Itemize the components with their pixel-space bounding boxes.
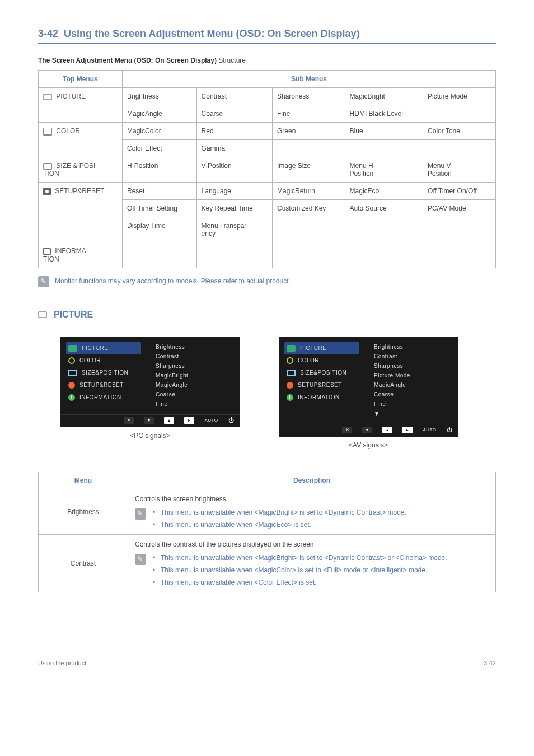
osd-submenu-item: Brightness [156, 342, 234, 352]
osd-nav-icon: i [287, 394, 293, 401]
sub-menu-cell: Blue [345, 123, 423, 140]
picture-heading-text: PICTURE [54, 310, 93, 320]
osd-nav-item: SIZE&POSITION [66, 367, 141, 379]
osd-nav-item: iINFORMATION [284, 391, 359, 404]
th-sub-menus: Sub Menus [123, 71, 496, 88]
osd-nav-label: SETUP&RESET [79, 382, 124, 388]
up-icon: ▴ [164, 417, 174, 424]
osd-nav-icon [287, 345, 296, 352]
sub-menu-cell: Coarse [196, 105, 272, 123]
sub-menu-cell: Customized Key [273, 200, 345, 217]
osd-submenu-item: MagicAngle [374, 380, 452, 390]
power-icon: ⏻ [228, 417, 235, 423]
menu-icon [43, 188, 51, 195]
sub-menu-cell: Gamma [196, 140, 272, 157]
close-icon: ✕ [342, 427, 352, 433]
osd-submenu-item: Picture Mode [374, 371, 452, 380]
th-desc: Description [128, 472, 496, 489]
sub-menu-cell: Display Time [123, 217, 197, 242]
note-text: Monitor functions may vary according to … [55, 276, 291, 285]
picture-icon [38, 311, 47, 318]
osd-submenu-item: MagicAngle [156, 380, 234, 390]
osd-submenu-item: Sharpness [374, 361, 452, 371]
auto-label: AUTO [204, 418, 218, 423]
sub-menu-cell: HDMI Black Level [345, 105, 423, 123]
down-icon: ▾ [144, 417, 154, 424]
sub-menu-cell: MagicBright [345, 88, 423, 105]
sub-menu-cell: Off Timer On/Off [423, 183, 496, 200]
osd-submenu-item: Fine [374, 399, 452, 409]
sub-menu-cell: Menu V-Position [423, 157, 496, 183]
th-menu: Menu [39, 472, 128, 489]
subtitle-bold: The Screen Adjustment Menu (OSD: On Scre… [38, 57, 217, 64]
sub-menu-cell: Red [196, 123, 272, 140]
osd-nav-icon [68, 382, 75, 389]
osd-nav-label: INFORMATION [298, 394, 340, 400]
osd-submenu-item: Fine [156, 399, 234, 409]
menu-icon [43, 128, 52, 136]
sub-menu-cell: Reset [123, 183, 197, 200]
down-icon: ▾ [362, 427, 372, 433]
osd-submenu-item: Contrast [374, 352, 452, 361]
osd-bottom-bar: ✕ ▾ ▴ ▸ AUTO ⏻ [279, 424, 458, 437]
osd-submenu-item: Brightness [374, 342, 452, 352]
sub-menu-cell: Key Repeat Time [196, 200, 272, 217]
desc-lead: Controls the contrast of the pictures di… [135, 540, 489, 548]
osd-nav-icon [287, 382, 293, 389]
menu-icon [43, 248, 51, 255]
osd-structure-table: Top Menus Sub Menus PICTUREBrightnessCon… [38, 70, 496, 268]
osd-submenu-item: MagicBright [156, 371, 234, 380]
top-menu-cell: SETUP&RESET [39, 183, 123, 242]
desc-note-item: This menu is unavailable when <MagicBrig… [153, 508, 406, 516]
osd-nav-item: iINFORMATION [66, 391, 141, 404]
footer-left: Using the product [38, 660, 86, 666]
osd-nav-icon: i [68, 394, 75, 401]
sub-menu-cell: Auto Source [345, 200, 423, 217]
footer-right: 3-42 [484, 660, 496, 666]
section-title-text: Using the Screen Adjustment Menu (OSD: O… [64, 28, 359, 39]
sub-menu-cell: Contrast [196, 88, 272, 105]
osd-nav-item: PICTURE [284, 342, 359, 354]
osd-nav-item: COLOR [284, 354, 359, 367]
sub-menu-cell: Menu H-Position [345, 157, 423, 183]
desc-note-item: This menu is unavailable when <MagicEco>… [153, 521, 406, 529]
desc-note-item: This menu is unavailable when <Color Eff… [153, 578, 447, 586]
top-menu-cell: INFORMA-TION [39, 242, 123, 268]
osd-submenu-item: Coarse [156, 390, 234, 399]
osd-screen-av: PICTURECOLORSIZE&POSITIONSETUP&RESETiINF… [279, 337, 458, 437]
osd-nav-item: SETUP&RESET [66, 379, 141, 391]
top-menu-cell: COLOR [39, 123, 123, 157]
osd-nav-label: PICTURE [82, 345, 108, 351]
desc-lead: Controls the screen brightness. [135, 495, 489, 503]
subtitle-rest: Structure [217, 57, 246, 64]
sub-menu-cell [273, 242, 345, 268]
sub-menu-cell: Fine [273, 105, 345, 123]
sub-menu-cell [345, 217, 423, 242]
desc-note-item: This menu is unavailable when <MagicColo… [153, 566, 447, 574]
osd-submenu-item: Sharpness [156, 361, 234, 371]
osd-bottom-bar: ✕ ▾ ▴ ▸ AUTO ⏻ [60, 414, 240, 427]
osd-nav-icon [68, 357, 75, 364]
osd-nav-label: COLOR [298, 357, 319, 363]
sub-menu-cell: MagicColor [123, 123, 197, 140]
power-icon: ⏻ [447, 427, 453, 433]
up-icon: ▴ [382, 427, 392, 433]
sub-menu-cell [123, 242, 197, 268]
sub-menu-cell: Color Tone [423, 123, 496, 140]
osd-nav-label: SETUP&RESET [298, 382, 342, 388]
osd-nav-item: COLOR [66, 354, 141, 367]
desc-body-cell: Controls the screen brightness.This menu… [128, 489, 496, 534]
sub-menu-cell: Sharpness [273, 88, 345, 105]
osd-nav-icon [287, 357, 293, 364]
osd-screen-pc: PICTURECOLORSIZE&POSITIONSETUP&RESETiINF… [60, 337, 240, 427]
sub-menu-cell [423, 217, 496, 242]
picture-heading: PICTURE [38, 310, 496, 320]
av-signals-label: <AV signals> [349, 441, 388, 449]
desc-note-item: This menu is unavailable when <MagicBrig… [153, 554, 447, 562]
sub-menu-cell [423, 140, 496, 157]
section-heading: 3-42 Using the Screen Adjustment Menu (O… [38, 28, 496, 44]
sub-menu-cell: H-Position [123, 157, 197, 183]
auto-label: AUTO [423, 427, 436, 432]
osd-submenu-item: Coarse [374, 390, 452, 399]
sub-menu-cell: Menu Transpar-ency [196, 217, 272, 242]
